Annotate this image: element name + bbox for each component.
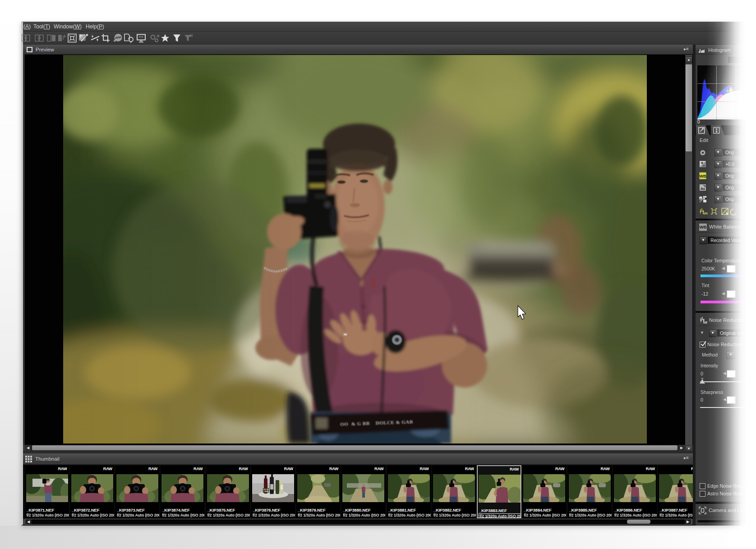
svg-text:APP: APP <box>115 36 121 39</box>
svg-text:WB: WB <box>700 174 706 178</box>
